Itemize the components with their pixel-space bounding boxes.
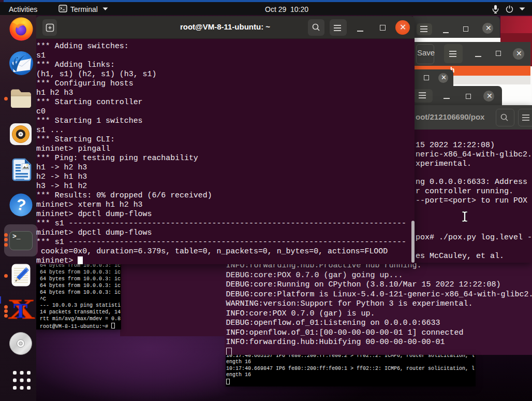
svg-text:T: T (13, 298, 27, 322)
